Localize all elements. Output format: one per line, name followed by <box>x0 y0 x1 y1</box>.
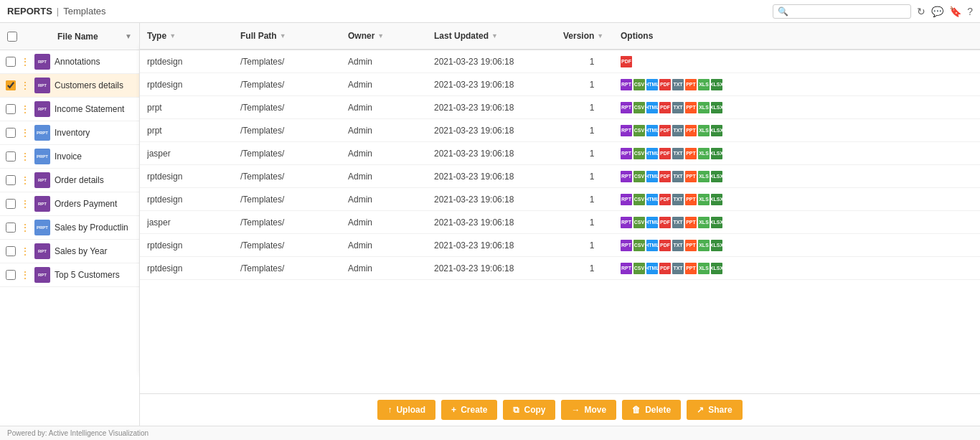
row-dots[interactable]: ⋮ <box>20 151 30 162</box>
opt-icon-rpt[interactable]: RPT <box>621 102 632 113</box>
opt-icon-xls[interactable]: XLS <box>698 102 710 113</box>
version-sort-icon[interactable]: ▼ <box>597 32 603 39</box>
row-dots[interactable]: ⋮ <box>20 198 30 210</box>
sidebar-item[interactable]: ⋮ RPT Customers details <box>0 74 139 98</box>
help-icon[interactable]: ? <box>967 6 973 17</box>
opt-icon-txt[interactable]: TXT <box>672 240 684 251</box>
opt-icon-xls[interactable]: XLS <box>698 125 710 136</box>
opt-icon-ppt[interactable]: PPT <box>685 148 697 159</box>
opt-icon-xlsx[interactable]: XLSX <box>711 263 722 274</box>
row-checkbox[interactable] <box>6 270 16 280</box>
opt-icon-html[interactable]: HTML <box>646 148 658 159</box>
sidebar-item[interactable]: ⋮ RPT Order details <box>0 169 139 192</box>
opt-icon-pdf[interactable]: PDF <box>659 240 671 251</box>
opt-icon-rpt[interactable]: RPT <box>621 217 632 228</box>
opt-icon-pdf[interactable]: PDF <box>659 102 671 113</box>
opt-icon-rpt[interactable]: RPT <box>621 263 632 274</box>
row-dots[interactable]: ⋮ <box>20 245 30 257</box>
opt-icon-rpt[interactable]: RPT <box>621 125 632 136</box>
opt-icon-pdf[interactable]: PDF <box>659 263 671 274</box>
row-dots[interactable]: ⋮ <box>20 80 30 91</box>
owner-sort-icon[interactable]: ▼ <box>377 32 384 39</box>
opt-icon-csv[interactable]: CSV <box>633 125 645 136</box>
copy-button[interactable]: ⧉Copy <box>503 400 555 420</box>
opt-icon-xlsx[interactable]: XLSX <box>711 79 722 90</box>
row-dots[interactable]: ⋮ <box>20 269 30 281</box>
opt-icon-csv[interactable]: CSV <box>633 240 645 251</box>
opt-icon-xls[interactable]: XLS <box>698 240 710 251</box>
opt-icon-ppt[interactable]: PPT <box>685 125 697 136</box>
opt-icon-txt[interactable]: TXT <box>672 217 684 228</box>
refresh-icon[interactable]: ↻ <box>917 6 925 17</box>
opt-icon-ppt[interactable]: PPT <box>685 102 697 113</box>
search-box[interactable]: 🔍 <box>773 4 911 19</box>
row-dots[interactable]: ⋮ <box>20 174 30 186</box>
opt-icon-xls[interactable]: XLS <box>698 171 710 182</box>
opt-icon-xls[interactable]: XLS <box>698 263 710 274</box>
opt-icon-txt[interactable]: TXT <box>672 194 684 205</box>
move-button[interactable]: →Move <box>561 400 616 420</box>
opt-icon-ppt[interactable]: PPT <box>685 217 697 228</box>
type-sort-icon[interactable]: ▼ <box>169 32 176 39</box>
opt-icon-rpt[interactable]: RPT <box>621 148 632 159</box>
row-checkbox[interactable] <box>6 175 16 185</box>
row-dots[interactable]: ⋮ <box>20 56 30 67</box>
row-dots[interactable]: ⋮ <box>20 222 30 233</box>
opt-icon-xlsx[interactable]: XLSX <box>711 102 722 113</box>
opt-icon-pdf[interactable]: PDF <box>659 148 671 159</box>
opt-icon-ppt[interactable]: PPT <box>685 79 697 90</box>
opt-icon-pdf[interactable]: PDF <box>659 217 671 228</box>
opt-icon-html[interactable]: HTML <box>646 79 658 90</box>
opt-icon-csv[interactable]: CSV <box>633 194 645 205</box>
opt-icon-xls[interactable]: XLS <box>698 217 710 228</box>
opt-icon-xls[interactable]: XLS <box>698 148 710 159</box>
opt-icon-xlsx[interactable]: XLSX <box>711 171 722 182</box>
row-checkbox[interactable] <box>6 128 16 138</box>
opt-icon-ppt[interactable]: PPT <box>685 240 697 251</box>
opt-icon-rpt[interactable]: RPT <box>621 240 632 251</box>
upload-button[interactable]: ↑Upload <box>377 400 435 420</box>
opt-icon-html[interactable]: HTML <box>646 240 658 251</box>
lastupdated-sort-icon[interactable]: ▼ <box>491 32 498 39</box>
reports-label[interactable]: REPORTS <box>7 6 52 17</box>
opt-icon-pdf[interactable]: PDF <box>659 125 671 136</box>
opt-icon-csv[interactable]: CSV <box>633 148 645 159</box>
opt-icon-rpt[interactable]: RPT <box>621 79 632 90</box>
opt-icon-html[interactable]: HTML <box>646 263 658 274</box>
opt-icon-txt[interactable]: TXT <box>672 171 684 182</box>
opt-icon-xls[interactable]: XLS <box>698 79 710 90</box>
row-checkbox[interactable] <box>6 104 16 114</box>
opt-icon-xlsx[interactable]: XLSX <box>711 194 722 205</box>
sidebar-item[interactable]: ⋮ PRPT Inventory <box>0 121 139 145</box>
opt-icon-pdf[interactable]: PDF <box>659 79 671 90</box>
opt-icon-ppt[interactable]: PPT <box>685 171 697 182</box>
sidebar-sort-icon[interactable]: ▼ <box>125 32 132 40</box>
sidebar-item[interactable]: ⋮ RPT Orders Payment <box>0 192 139 216</box>
row-checkbox[interactable] <box>6 57 16 67</box>
opt-icon-txt[interactable]: TXT <box>672 148 684 159</box>
search-input[interactable] <box>791 6 906 17</box>
row-checkbox[interactable] <box>6 199 16 209</box>
sidebar-item[interactable]: ⋮ PRPT Sales by Productlin <box>0 216 139 240</box>
opt-icon-xlsx[interactable]: XLSX <box>711 217 722 228</box>
opt-icon-rpt[interactable]: RPT <box>621 194 632 205</box>
opt-icon-pdf[interactable]: PDF <box>659 194 671 205</box>
opt-icon-html[interactable]: HTML <box>646 125 658 136</box>
opt-icon-xlsx[interactable]: XLSX <box>711 240 722 251</box>
sidebar-item[interactable]: ⋮ RPT Income Statement <box>0 98 139 121</box>
opt-icon-csv[interactable]: CSV <box>633 217 645 228</box>
row-checkbox[interactable] <box>6 246 16 256</box>
opt-icon-html[interactable]: HTML <box>646 102 658 113</box>
row-checkbox[interactable] <box>6 223 16 233</box>
row-checkbox[interactable] <box>6 151 16 162</box>
opt-icon-txt[interactable]: TXT <box>672 125 684 136</box>
share-button[interactable]: ↗Share <box>687 400 742 420</box>
opt-icon-txt[interactable]: TXT <box>672 263 684 274</box>
sidebar-item[interactable]: ⋮ RPT Annotations <box>0 50 139 74</box>
opt-icon-ppt[interactable]: PPT <box>685 263 697 274</box>
opt-icon-ppt[interactable]: PPT <box>685 194 697 205</box>
row-dots[interactable]: ⋮ <box>20 127 30 139</box>
opt-icon-csv[interactable]: CSV <box>633 79 645 90</box>
opt-icon-html[interactable]: HTML <box>646 194 658 205</box>
templates-label[interactable]: Templates <box>63 6 105 17</box>
